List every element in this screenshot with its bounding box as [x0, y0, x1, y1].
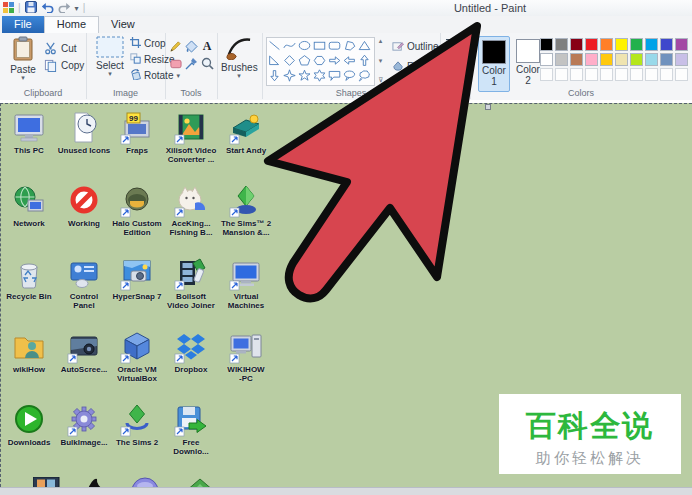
desktop-icon-blue-screen[interactable]: VirtualMachines — [219, 257, 273, 310]
shapes-scrollbar[interactable]: ▴ ▾ ⊽ — [375, 37, 386, 84]
palette-swatch[interactable] — [615, 38, 628, 51]
shape-star-6-icon[interactable] — [312, 68, 327, 83]
palette-swatch-empty[interactable] — [675, 68, 688, 81]
brushes-dropdown-icon[interactable]: ▾ — [221, 73, 257, 78]
crop-button[interactable]: Crop — [130, 36, 166, 51]
shape-callout-oval-icon[interactable] — [342, 68, 357, 83]
desktop-icon-cat-shield[interactable]: AceKing...Fishing B... — [164, 184, 218, 237]
shape-pentagon-icon[interactable] — [297, 53, 312, 68]
cut-button[interactable]: Cut — [42, 41, 77, 56]
pencil-tool-icon[interactable] — [167, 39, 183, 54]
desktop-icon-gear-purple[interactable]: BulkImage... — [57, 403, 111, 447]
desktop-icon-play-green[interactable]: Downloads — [2, 403, 56, 447]
desktop-icon-recycle-bin[interactable]: Recycle Bin — [2, 257, 56, 301]
desktop-icon-globe-monitor[interactable]: Network — [2, 184, 56, 228]
desktop-icon-soldier[interactable]: Halo CustomEdition — [110, 184, 164, 237]
palette-swatch[interactable] — [555, 38, 568, 51]
palette-swatch-empty[interactable] — [570, 68, 583, 81]
desktop-icon-sims-swirl[interactable]: The Sims 2 — [110, 403, 164, 447]
fill-bucket-tool-icon[interactable] — [183, 39, 199, 54]
shape-triangle-icon[interactable] — [357, 38, 372, 53]
shape-rounded-rectangle-icon[interactable] — [327, 38, 342, 53]
size-button[interactable] — [445, 37, 463, 52]
fill-dropdown-icon[interactable]: ▾ — [423, 63, 427, 71]
desktop-icon-folder-person[interactable]: wikiHow — [2, 330, 56, 374]
redo-icon[interactable] — [58, 0, 71, 17]
palette-swatch-empty[interactable] — [615, 68, 628, 81]
outline-button[interactable]: Outline ▾ — [392, 39, 445, 54]
shape-hexagon-icon[interactable] — [312, 53, 327, 68]
pasted-image-canvas[interactable]: 百科全说 助你轻松解决 This PCUnused Icons99FrapsXi… — [0, 103, 692, 487]
palette-swatch[interactable] — [645, 53, 658, 66]
shapes-more-icon[interactable]: ⊽ — [378, 76, 383, 84]
palette-swatch[interactable] — [645, 38, 658, 51]
paste-button[interactable]: Paste ▾ — [5, 36, 41, 80]
selection-handle[interactable] — [485, 104, 491, 110]
palette-swatch-empty[interactable] — [645, 68, 658, 81]
palette-swatch[interactable] — [600, 53, 613, 66]
palette-swatch[interactable] — [570, 38, 583, 51]
desktop-icon-ban[interactable]: Working — [57, 184, 111, 228]
shape-diamond-icon[interactable] — [282, 53, 297, 68]
desktop-icon-camera-photo[interactable]: AutoScree... — [57, 330, 111, 374]
palette-swatch[interactable] — [600, 38, 613, 51]
desktop-icon-control-panel[interactable]: ControlPanel — [57, 257, 111, 310]
select-dropdown-icon[interactable]: ▾ — [92, 71, 128, 76]
palette-swatch[interactable] — [540, 38, 553, 51]
shape-polygon-icon[interactable] — [342, 38, 357, 53]
desktop-icon-camera-screen[interactable]: HyperSnap 7 — [110, 257, 164, 301]
color-picker-tool-icon[interactable] — [183, 56, 199, 71]
shape-arrow-right-icon[interactable] — [327, 53, 342, 68]
desktop-icon-floppy-arrow[interactable]: FreeDownlo... — [164, 403, 218, 456]
brushes-button[interactable]: Brushes ▾ — [221, 36, 257, 78]
palette-swatch[interactable] — [630, 38, 643, 51]
shapes-scroll-down-icon[interactable]: ▾ — [379, 57, 383, 65]
paste-dropdown-icon[interactable]: ▾ — [5, 75, 41, 80]
palette-swatch[interactable] — [585, 38, 598, 51]
desktop-icon-film-photo[interactable]: Xilisoft VideoConverter ... — [164, 111, 218, 164]
desktop-icon-monitor-badge[interactable]: 99Fraps — [110, 111, 164, 155]
desktop-icon-dropbox[interactable]: Dropbox — [164, 330, 218, 374]
palette-swatch[interactable] — [675, 53, 688, 66]
palette-swatch[interactable] — [555, 53, 568, 66]
shape-oval-icon[interactable] — [297, 38, 312, 53]
shapes-scroll-up-icon[interactable]: ▴ — [379, 37, 383, 45]
magnifier-tool-icon[interactable] — [199, 56, 215, 71]
fill-button[interactable]: Fill ▾ — [392, 59, 426, 74]
shape-line-icon[interactable] — [267, 38, 282, 53]
desktop-icon-sims-plumbob[interactable]: The Sims™ 2Mansion &... — [219, 184, 273, 237]
shape-rectangle-icon[interactable] — [312, 38, 327, 53]
shape-arrow-left-icon[interactable] — [342, 53, 357, 68]
shape-callout-rectangle-icon[interactable] — [327, 68, 342, 83]
desktop-icon-film-glue[interactable]: BoilsoftVideo Joiner — [164, 257, 218, 310]
tab-file[interactable]: File — [2, 16, 44, 33]
tab-view[interactable]: View — [99, 16, 147, 33]
desktop-icon-book-green[interactable]: Start Andy — [219, 111, 273, 155]
shape-arrow-up-icon[interactable] — [357, 53, 372, 68]
palette-swatch-empty[interactable] — [585, 68, 598, 81]
palette-swatch[interactable] — [660, 38, 673, 51]
shape-arrow-down-icon[interactable] — [267, 68, 282, 83]
shape-star-5-icon[interactable] — [297, 68, 312, 83]
palette-swatch-empty[interactable] — [540, 68, 553, 81]
desktop-icon-computer[interactable]: WIKIHOW-PC — [219, 330, 273, 383]
color1-button[interactable]: Color 1 — [478, 36, 510, 92]
save-icon[interactable] — [25, 0, 37, 17]
palette-swatch[interactable] — [675, 38, 688, 51]
desktop-icon-monitor[interactable]: This PC — [2, 111, 56, 155]
palette-swatch-empty[interactable] — [600, 68, 613, 81]
text-tool-icon[interactable]: A — [199, 39, 215, 54]
copy-button[interactable]: Copy — [42, 58, 84, 73]
undo-icon[interactable] — [41, 0, 54, 17]
palette-swatch[interactable] — [540, 53, 553, 66]
shape-star-4-icon[interactable] — [282, 68, 297, 83]
palette-swatch-empty[interactable] — [630, 68, 643, 81]
qat-dropdown-icon[interactable]: ▾ — [75, 4, 79, 13]
shape-curve-icon[interactable] — [282, 38, 297, 53]
shape-right-triangle-icon[interactable] — [267, 53, 282, 68]
select-button[interactable]: Select ▾ — [92, 36, 128, 76]
palette-swatch-empty[interactable] — [660, 68, 673, 81]
palette-swatch[interactable] — [630, 53, 643, 66]
palette-swatch[interactable] — [660, 53, 673, 66]
palette-swatch[interactable] — [570, 53, 583, 66]
